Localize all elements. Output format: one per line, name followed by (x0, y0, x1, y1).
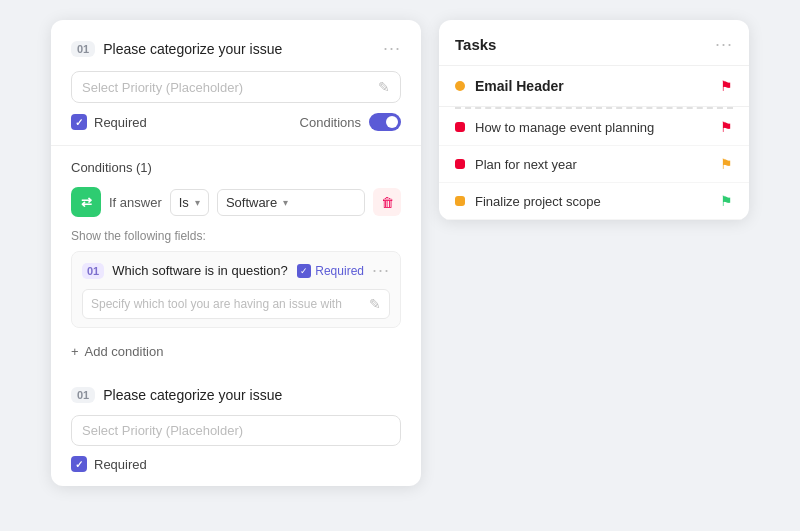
sub-required-label: Required (315, 264, 364, 278)
conditions-block: Conditions (1) ⇄ If answer Is ▾ Software… (51, 146, 421, 373)
form-panel: 01 Please categorize your issue ··· Sele… (51, 20, 421, 486)
section-2-header: 01 Please categorize your issue (71, 387, 401, 403)
add-condition-label: Add condition (85, 344, 164, 359)
sub-step-badge: 01 (82, 263, 104, 279)
task-item-3[interactable]: Finalize project scope ⚑ (439, 183, 749, 220)
task-flag-3: ⚑ (720, 193, 733, 209)
delete-icon: 🗑 (381, 195, 394, 210)
condition-icon: ⇄ (81, 195, 92, 210)
priority-edit-icon[interactable]: ✎ (378, 79, 390, 95)
sub-required-badge: Required (297, 264, 364, 278)
is-select[interactable]: Is ▾ (170, 189, 209, 216)
required-left-2: Required (71, 456, 147, 472)
sub-field-row: 01 Which software is in question? Requir… (71, 251, 401, 328)
required-checkbox-2[interactable] (71, 456, 87, 472)
step-badge-1: 01 (71, 41, 95, 57)
required-label-1: Required (94, 115, 147, 130)
task-flag-1: ⚑ (720, 119, 733, 135)
sub-required-checkbox[interactable] (297, 264, 311, 278)
section-1-title: Please categorize your issue (103, 41, 282, 57)
step-badge-2: 01 (71, 387, 95, 403)
task-dot-2 (455, 159, 465, 169)
sub-input-row[interactable]: Specify which tool you are having an iss… (82, 289, 390, 319)
software-select-value: Software (226, 195, 277, 210)
email-header-flag-icon: ⚑ (720, 78, 733, 94)
section-1-header: 01 Please categorize your issue ··· (71, 38, 401, 59)
required-left-1: Required (71, 114, 147, 130)
software-select-chevron: ▾ (283, 197, 288, 208)
form-section-1: 01 Please categorize your issue ··· Sele… (51, 20, 421, 146)
email-header-row[interactable]: Email Header ⚑ (439, 66, 749, 107)
tasks-menu-icon[interactable]: ··· (715, 34, 733, 55)
is-select-chevron: ▾ (195, 197, 200, 208)
required-row-2: Required (71, 456, 401, 472)
email-header-dot (455, 81, 465, 91)
sub-field-menu-icon[interactable]: ··· (372, 260, 390, 281)
task-text-2: Plan for next year (475, 157, 710, 172)
required-label-2: Required (94, 457, 147, 472)
priority-input-row[interactable]: Select Priority (Placeholder) ✎ (71, 71, 401, 103)
delete-condition-button[interactable]: 🗑 (373, 188, 401, 216)
sub-edit-icon[interactable]: ✎ (369, 296, 381, 312)
required-row-1: Required Conditions (71, 113, 401, 131)
section-1-menu-icon[interactable]: ··· (383, 38, 401, 59)
task-flag-2: ⚑ (720, 156, 733, 172)
task-dot-3 (455, 196, 465, 206)
condition-icon-box: ⇄ (71, 187, 101, 217)
add-condition-button[interactable]: + Add condition (71, 336, 401, 363)
software-select[interactable]: Software ▾ (217, 189, 365, 216)
section-1-header-left: 01 Please categorize your issue (71, 41, 282, 57)
tasks-title: Tasks (455, 36, 496, 53)
priority-placeholder-2: Select Priority (Placeholder) (82, 423, 390, 438)
task-dot-1 (455, 122, 465, 132)
priority-input-row-2[interactable]: Select Priority (Placeholder) (71, 415, 401, 446)
conditions-block-title: Conditions (1) (71, 160, 401, 175)
plus-icon: + (71, 344, 79, 359)
conditions-text: Conditions (300, 115, 361, 130)
tasks-panel: Tasks ··· Email Header ⚑ How to manage e… (439, 20, 749, 220)
if-answer-label: If answer (109, 195, 162, 210)
sub-field-header: 01 Which software is in question? Requir… (82, 260, 390, 281)
sub-field-title: Which software is in question? (112, 263, 289, 278)
show-fields-label: Show the following fields: (71, 229, 401, 243)
priority-placeholder: Select Priority (Placeholder) (82, 80, 378, 95)
sub-input-placeholder: Specify which tool you are having an iss… (91, 297, 369, 311)
section-2-title: Please categorize your issue (103, 387, 282, 403)
task-item-1[interactable]: How to manage event planning ⚑ (439, 109, 749, 146)
main-content: 01 Please categorize your issue ··· Sele… (0, 0, 800, 531)
is-select-value: Is (179, 195, 189, 210)
task-text-3: Finalize project scope (475, 194, 710, 209)
tasks-header: Tasks ··· (439, 20, 749, 66)
section-2-header-left: 01 Please categorize your issue (71, 387, 282, 403)
form-section-2: 01 Please categorize your issue Select P… (51, 373, 421, 486)
conditions-row: Conditions (300, 113, 401, 131)
email-header-title: Email Header (475, 78, 710, 94)
task-item-2[interactable]: Plan for next year ⚑ (439, 146, 749, 183)
conditions-toggle[interactable] (369, 113, 401, 131)
task-text-1: How to manage event planning (475, 120, 710, 135)
required-checkbox-1[interactable] (71, 114, 87, 130)
condition-row-1: ⇄ If answer Is ▾ Software ▾ 🗑 (71, 187, 401, 217)
